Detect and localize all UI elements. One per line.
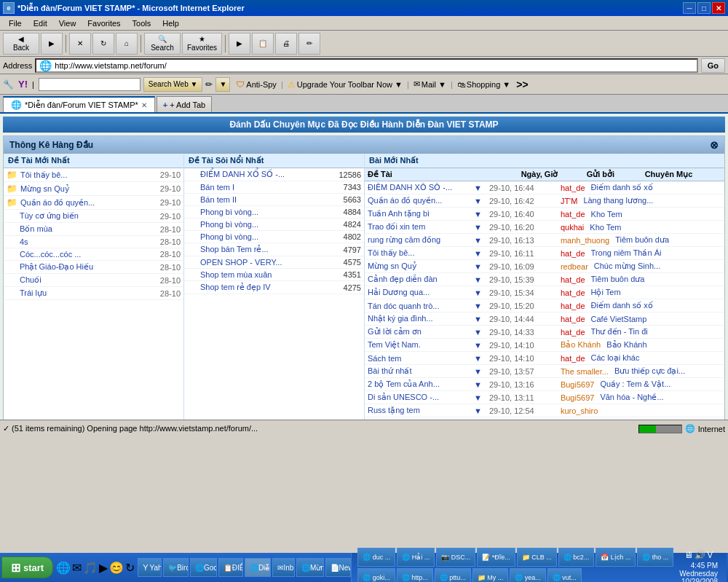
tray-btn-vut[interactable]: 🌐 vut... — [547, 568, 582, 582]
main-content[interactable]: Đánh Dấu Chuyên Mục Đã Đọc Điều Hành Diễ… — [0, 114, 728, 420]
topic-link[interactable]: 4s — [20, 237, 28, 246]
post-title[interactable]: Mừng sn Quỷ — [368, 261, 470, 271]
taskbar-btn-inb[interactable]: ✉ Inb... — [272, 558, 295, 577]
post-cat-link[interactable]: Thư đến - Tin đi — [591, 327, 721, 337]
post-title[interactable]: rung rừng căm đồng — [368, 235, 470, 245]
post-user-link[interactable]: manh_thuong — [561, 420, 609, 420]
topic-link[interactable]: Phong bì vòng... — [200, 220, 341, 229]
menu-file[interactable]: File — [3, 17, 28, 29]
post-user-link[interactable]: Bugi5697 — [561, 380, 595, 389]
post-cat-link[interactable]: Chúc mừng Sinh... — [594, 261, 721, 271]
back-button[interactable]: ◀ Back — [3, 33, 39, 55]
post-title[interactable]: Gửi lời cảm ơn — [368, 327, 470, 337]
post-user-link[interactable]: hat_de — [561, 210, 585, 219]
post-title[interactable]: Di sản UNESCO -... — [368, 393, 470, 402]
post-title[interactable]: Russ tặng tem — [368, 406, 470, 415]
post-title[interactable]: Trao đổi xin tem — [368, 222, 470, 232]
post-cat-link[interactable]: Kho Tem — [590, 223, 721, 232]
tray-btn-bc2[interactable]: 🌐 bc2... — [558, 548, 595, 567]
search-button[interactable]: 🔍 Search — [144, 33, 181, 55]
menu-tools[interactable]: Tools — [127, 17, 157, 29]
post-user-link[interactable]: hat_de — [561, 354, 585, 363]
taskbar-btn-goc[interactable]: 🌐 Goc ... — [190, 558, 217, 577]
history-button[interactable]: 📋 — [252, 33, 274, 55]
post-user-link[interactable]: Bugi5697 — [561, 393, 595, 402]
post-title[interactable]: ĐIỂM DANH XỔ SỐ -... — [368, 183, 470, 192]
topic-link[interactable]: Phong bì vòng... — [200, 232, 341, 241]
topic-link[interactable]: OPEN SHOP - VERY... — [200, 258, 341, 267]
stats-collapse-icon[interactable]: ⊗ — [710, 139, 719, 151]
post-cat-link[interactable]: Tiêm buôn dưa — [615, 235, 721, 245]
post-title[interactable]: Tuần Anh tặng bì — [368, 209, 470, 219]
edit-button[interactable]: ✏ — [298, 33, 320, 55]
tray-btn-yea[interactable]: 🌐 yea... — [510, 568, 546, 582]
post-title[interactable]: Về bộ tem "Tem... — [368, 419, 470, 420]
post-cat-link[interactable]: Tiêm buôn dưa — [591, 275, 721, 284]
taskbar-emoji-icon[interactable]: 😊 — [109, 561, 124, 575]
taskbar-winamp-icon[interactable]: ▶ — [99, 561, 108, 575]
topic-link[interactable]: Phật Giáo-Đạo Hiếu — [20, 262, 93, 272]
tray-btn-dsc[interactable]: 📷 DSC... — [436, 548, 475, 567]
topic-link[interactable]: Trái lựu — [20, 288, 47, 298]
tray-btn-pttu[interactable]: 🌐 pttu... — [435, 568, 471, 582]
tray-btn-goki[interactable]: 🌐 goki... — [357, 568, 395, 582]
yahoo-search-web-button[interactable]: Search Web ▼ — [143, 77, 203, 92]
yahoo-more-button[interactable]: >> — [516, 79, 528, 90]
tray-btn-lich[interactable]: 📅 Lịch ... — [596, 548, 636, 567]
go-button[interactable]: Go — [701, 58, 725, 73]
topic-link[interactable]: Bán tem I — [200, 183, 341, 192]
post-user-link[interactable]: hat_de — [561, 315, 585, 323]
tab-close-button[interactable]: ✕ — [141, 101, 147, 109]
post-title[interactable]: Sách tem — [368, 354, 470, 363]
post-cat-link[interactable]: Bưu thiếp cực đại... — [614, 366, 721, 376]
post-title[interactable]: 2 bộ Tem của Anh... — [368, 380, 470, 389]
minimize-button[interactable]: ─ — [683, 2, 696, 14]
menu-view[interactable]: View — [53, 17, 82, 29]
taskbar-btn-die[interactable]: 📋 ĐIÊ... — [218, 558, 243, 577]
mail-btn[interactable]: ✉ Mail ▼ — [414, 79, 446, 89]
yahoo-extra-button[interactable]: ▼ — [215, 77, 230, 92]
post-cat-link[interactable]: Điểm danh số xổ — [591, 183, 721, 192]
taskbar-mediaplayer-icon[interactable]: 🎵 — [83, 561, 98, 575]
post-title[interactable]: Quần áo đồ quyền... — [368, 196, 470, 205]
menu-favorites[interactable]: Favorites — [82, 17, 126, 29]
topic-link[interactable]: Chuối — [20, 275, 41, 285]
topic-link[interactable]: Bốn mùa — [20, 224, 52, 234]
post-cat-link[interactable]: Trong niêm Thần Ái — [591, 248, 721, 258]
post-user-link[interactable]: JT'M — [561, 197, 577, 205]
shopping-btn[interactable]: 🛍 Shopping ▼ — [457, 80, 510, 89]
post-cat-link[interactable]: Quầy : Tem & Vật... — [600, 380, 721, 389]
address-input[interactable] — [55, 61, 693, 70]
post-user-link[interactable]: redbear — [561, 262, 588, 271]
post-user-link[interactable]: hat_de — [561, 288, 585, 297]
stop-button[interactable]: ✕ — [69, 33, 91, 55]
topic-link[interactable]: Shop bán Tem rẻ... — [200, 245, 341, 254]
tray-btn-my[interactable]: 📁 My ... — [472, 568, 509, 582]
topic-link[interactable]: Quần áo đồ quyền... — [20, 198, 95, 208]
post-cat-link[interactable]: Hội Tem — [591, 288, 721, 297]
taskbar-ie-icon[interactable]: 🌐 — [56, 561, 71, 575]
post-cat-link[interactable]: Văn hóa - Nghề... — [600, 393, 721, 402]
post-user-link[interactable]: kuro_shiro — [561, 406, 598, 415]
post-title[interactable]: Cảnh đẹp diễn đàn — [368, 275, 470, 284]
tray-btn-tho[interactable]: 🌐 tho ... — [637, 548, 673, 567]
post-title[interactable]: Hải Dương qua... — [368, 288, 470, 297]
post-user-link[interactable]: qukhai — [561, 223, 584, 232]
taskbar-refresh-icon[interactable]: ↻ — [125, 561, 135, 575]
post-title[interactable]: Tôi thấy bê... — [368, 248, 470, 258]
tab-forum[interactable]: 🌐 *Diễn đàn/Forum VIET STAMP* ✕ — [3, 96, 155, 112]
post-user-link[interactable]: hat_de — [561, 302, 585, 310]
taskbar-mail-icon[interactable]: ✉ — [72, 561, 82, 575]
topic-link[interactable]: Mừng sn Quỷ — [20, 184, 70, 194]
taskbar-btn-yah[interactable]: Y Yah... — [138, 558, 162, 577]
post-cat-link[interactable]: Kho Tem — [591, 210, 721, 219]
media-button[interactable]: ▶ — [229, 33, 250, 55]
tray-btn-http[interactable]: 🌐 http... — [397, 568, 433, 582]
topic-link[interactable]: Tùy cơ ứng biến — [20, 211, 79, 221]
forward-button[interactable]: ▶ — [41, 33, 63, 55]
taskbar-btn-dien[interactable]: 🌐 Diễn... — [245, 558, 272, 577]
tray-btn-hai[interactable]: 🌐 Hải ... — [397, 548, 435, 567]
topic-link[interactable]: ĐIỂM DANH XỔ SỐ -... — [200, 170, 336, 179]
taskbar-btn-bird[interactable]: 🐦 Bird... — [163, 558, 189, 577]
topic-link[interactable]: Bán tem II — [200, 195, 341, 204]
